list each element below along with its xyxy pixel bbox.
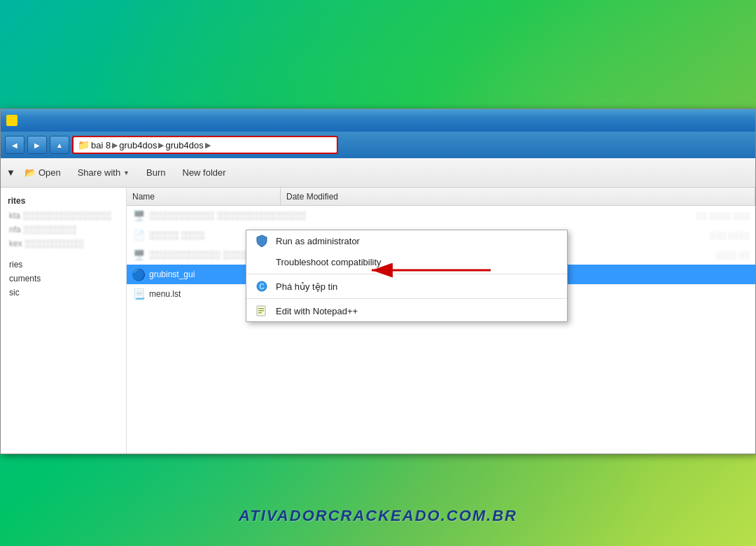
pha-huy-icon: C <box>255 279 269 293</box>
file-date-blurred-1: ░░ ░░░░ ░░░ <box>696 211 750 220</box>
nav-section-favorites: rites <box>1 193 126 209</box>
forward-button[interactable]: ▶ <box>27 136 47 154</box>
path-sep-2: ▶ <box>158 141 164 150</box>
troubleshoot-icon <box>255 255 269 269</box>
path-segment-2[interactable]: grub4dos <box>119 140 157 150</box>
file-icon-exe-2: 📄 <box>132 229 145 241</box>
share-with-arrow: ▼ <box>123 169 130 176</box>
svg-text:C: C <box>259 283 264 290</box>
explorer-window: ◀ ▶ ▲ 📁 bai 8 ▶ grub4dos ▶ grub4dos ▶ ▼ … <box>0 108 756 454</box>
content-area: rites kta ░░░░░░░░░░░░░░░ nfa ░░░░░░░░░ … <box>1 188 755 454</box>
nav-item-cuments[interactable]: cuments <box>1 272 126 286</box>
file-icon-exe: 🖥️ <box>132 209 145 222</box>
file-name-blurred-1: ░░░░░░░░░░░ ░░░░░░░░░░░░░░░ <box>149 211 692 220</box>
toolbar-dropdown-arrow[interactable]: ▼ <box>6 167 15 178</box>
context-edit-notepad[interactable]: Edit with Notepad++ <box>246 300 567 321</box>
col-header-name[interactable]: Name <box>127 188 281 205</box>
nav-item-blank <box>1 251 126 258</box>
folder-icon-small: 📁 <box>78 139 90 150</box>
col-header-date[interactable]: Date Modified <box>281 188 755 205</box>
path-sep-3: ▶ <box>205 141 211 150</box>
file-list: Name Date Modified 🖥️ ░░░░░░░░░░░ ░░░░░░… <box>127 188 755 454</box>
notepad-icon <box>255 304 269 318</box>
file-date-blurred-2: ░░░ ░░░░ <box>709 231 750 239</box>
share-with-button[interactable]: Share with ▼ <box>70 162 137 184</box>
open-button[interactable]: 📂 Open <box>17 162 69 184</box>
pha-huy-label: Phá hủy tệp tin <box>276 281 337 292</box>
red-arrow-annotation <box>365 260 505 281</box>
burn-button[interactable]: Burn <box>139 162 173 184</box>
nav-item-sic[interactable]: sic <box>1 286 126 300</box>
title-bar <box>1 109 755 132</box>
column-headers: Name Date Modified <box>127 188 755 206</box>
address-bar: ◀ ▶ ▲ 📁 bai 8 ▶ grub4dos ▶ grub4dos ▶ <box>1 132 755 158</box>
file-icon-exe-3: 🖥️ <box>132 248 145 261</box>
shield-icon <box>255 234 269 248</box>
path-sep-1: ▶ <box>112 141 118 150</box>
back-button[interactable]: ◀ <box>5 136 24 154</box>
address-path[interactable]: 📁 bai 8 ▶ grub4dos ▶ grub4dos ▶ <box>72 136 338 154</box>
nav-pane: rites kta ░░░░░░░░░░░░░░░ nfa ░░░░░░░░░ … <box>1 188 127 454</box>
file-icon-menu-lst: 📃 <box>132 288 145 300</box>
run-as-admin-label: Run as administrator <box>276 236 360 246</box>
nav-item-ries[interactable]: ries <box>1 258 126 272</box>
file-icon-grubinst: 🔵 <box>132 268 145 281</box>
edit-notepad-label: Edit with Notepad++ <box>276 306 358 316</box>
file-date-blurred-3: ░░░░ ░░ <box>715 251 750 259</box>
path-segment-1[interactable]: bai 8 <box>91 140 111 150</box>
svg-rect-4 <box>258 310 264 312</box>
toolbar: ▼ 📂 Open Share with ▼ Burn New folder <box>1 158 755 188</box>
new-folder-button[interactable]: New folder <box>175 162 234 184</box>
watermark: ATIVADORCRACKEADO.COM.BR <box>239 507 517 525</box>
context-run-as-admin[interactable]: Run as administrator <box>246 230 567 251</box>
nav-item-3[interactable]: kex ░░░░░░░░░░ <box>1 237 126 251</box>
window-icon <box>6 115 18 126</box>
nav-item-2[interactable]: nfa ░░░░░░░░░ <box>1 223 126 237</box>
path-segment-3[interactable]: grub4dos <box>165 140 203 150</box>
up-button[interactable]: ▲ <box>50 136 69 154</box>
svg-rect-3 <box>258 308 264 309</box>
nav-item-1[interactable]: kta ░░░░░░░░░░░░░░░ <box>1 209 126 223</box>
svg-rect-5 <box>258 312 262 314</box>
file-item-blurred-1[interactable]: 🖥️ ░░░░░░░░░░░ ░░░░░░░░░░░░░░░ ░░ ░░░░ ░… <box>127 206 755 225</box>
context-separator-2 <box>246 298 567 299</box>
